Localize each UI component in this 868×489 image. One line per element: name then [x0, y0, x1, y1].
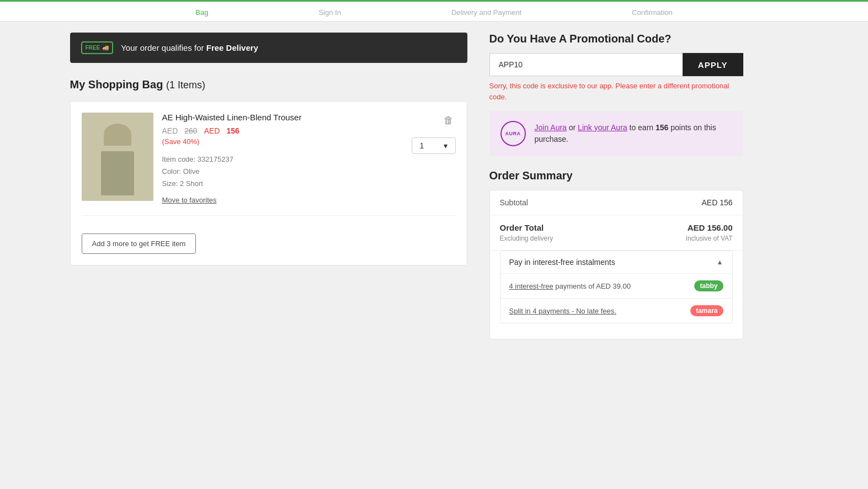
instalment-section: Pay in interest-free instalments ▲ 4 int…	[500, 251, 733, 323]
tabby-badge: tabby	[694, 280, 723, 291]
bag-section-title: My Shopping Bag (1 Items)	[70, 78, 467, 91]
product-meta: Item code: 332175237 Color: Olive Size: …	[162, 153, 302, 190]
checkout-nav: Bag Sign In Delivery and Payment Confirm…	[0, 2, 868, 22]
tabby-text: 4 interest-free payments of AED 39.00	[509, 282, 631, 290]
tamara-text: Split in 4 payments - No late fees.	[509, 307, 616, 315]
tamara-link[interactable]: Split in 4 payments - No late fees.	[509, 307, 616, 315]
order-summary-title: Order Summary	[489, 169, 743, 182]
right-column: Do You Have A Promotional Code? APPLY So…	[489, 33, 743, 339]
free-delivery-text: Your order qualifies for Free Delivery	[121, 43, 258, 52]
incl-vat-label: Inclusive of VAT	[686, 235, 733, 242]
free-delivery-banner: FREE 🚚 Your order qualifies for Free Del…	[70, 33, 467, 63]
left-column: FREE 🚚 Your order qualifies for Free Del…	[70, 33, 467, 339]
price-row: AED 260 AED 156	[162, 126, 302, 135]
link-aura-link[interactable]: Link your Aura	[578, 123, 627, 132]
free-delivery-icon: FREE 🚚	[81, 41, 114, 54]
subtotal-row: Subtotal AED 156	[490, 190, 743, 215]
bag-card: AE High-Waisted Linen-Blend Trouser AED …	[70, 101, 467, 265]
subtotal-value: AED 156	[701, 198, 732, 207]
instalment-header[interactable]: Pay in interest-free instalments ▲	[500, 251, 732, 273]
promo-title: Do You Have A Promotional Code?	[489, 33, 743, 45]
tamara-badge: tamara	[690, 305, 723, 316]
save-percent: (Save 40%)	[162, 137, 302, 146]
subtotal-label: Subtotal	[500, 198, 528, 207]
tabby-row: 4 interest-free payments of AED 39.00 ta…	[500, 273, 732, 298]
order-total-row: Order Total AED 156.00 Excluding deliver…	[490, 215, 743, 251]
aura-points: 156	[656, 123, 668, 132]
price-original: 260	[184, 126, 197, 135]
order-summary-box: Subtotal AED 156 Order Total AED 156.00 …	[489, 190, 743, 339]
product-image	[82, 113, 153, 201]
promo-row: APPLY	[489, 53, 743, 76]
nav-step-signin: Sign In	[318, 8, 340, 17]
price-discounted: 156	[226, 126, 239, 135]
nav-step-confirmation-label: Confirmation	[632, 8, 673, 17]
promo-error-message: Sorry, this code is exclusive to our app…	[489, 81, 743, 102]
price-label-original: AED	[162, 126, 178, 135]
instalment-wrapper: Pay in interest-free instalments ▲ 4 int…	[490, 251, 743, 339]
nav-step-delivery-label: Delivery and Payment	[451, 8, 521, 17]
join-aura-link[interactable]: Join Aura	[535, 123, 567, 132]
instalment-header-text: Pay in interest-free instalments	[509, 258, 615, 267]
product-row: AE High-Waisted Linen-Blend Trouser AED …	[82, 113, 456, 204]
nav-step-bag: Bag	[195, 8, 208, 17]
order-total-label: Order Total	[500, 223, 544, 232]
order-total-value: AED 156.00	[688, 223, 733, 232]
aura-logo: AURA	[500, 121, 526, 146]
promo-apply-button[interactable]: APPLY	[683, 53, 743, 76]
promo-input[interactable]	[489, 53, 683, 76]
nav-step-bag-label: Bag	[195, 8, 208, 17]
aura-box: AURA Join Aura or Link your Aura to earn…	[489, 111, 743, 156]
instalment-body: 4 interest-free payments of AED 39.00 ta…	[500, 273, 732, 323]
chevron-down-icon: ▾	[444, 141, 448, 150]
add-more-button[interactable]: Add 3 more to get FREE item	[82, 233, 196, 254]
tamara-row: Split in 4 payments - No late fees. tama…	[500, 298, 732, 323]
product-name: AE High-Waisted Linen-Blend Trouser	[162, 113, 302, 122]
nav-step-confirmation: Confirmation	[632, 8, 673, 17]
product-details: AE High-Waisted Linen-Blend Trouser AED …	[162, 113, 456, 204]
price-label-discounted: AED	[204, 126, 220, 135]
nav-step-delivery: Delivery and Payment	[451, 8, 521, 17]
chevron-up-icon: ▲	[717, 258, 723, 266]
qty-selector[interactable]: 1 ▾	[412, 137, 456, 154]
nav-step-signin-label: Sign In	[318, 8, 340, 17]
excl-delivery-label: Excluding delivery	[500, 235, 553, 242]
tabby-link[interactable]: 4 interest-free	[509, 282, 553, 290]
aura-text: Join Aura or Link your Aura to earn 156 …	[535, 122, 732, 145]
delete-item-button[interactable]: 🗑	[441, 113, 456, 129]
move-to-favorites-button[interactable]: Move to favorites	[162, 196, 217, 204]
